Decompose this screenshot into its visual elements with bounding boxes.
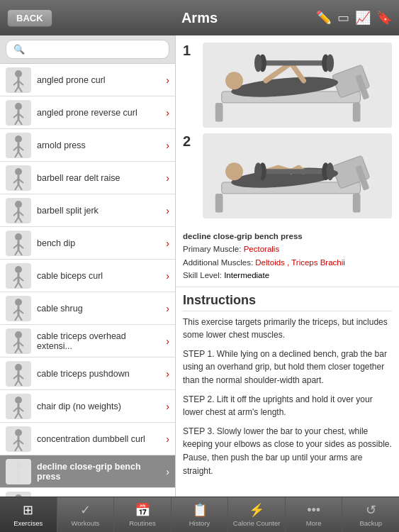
instructions-section: Instructions This exercise targets prima… bbox=[176, 287, 399, 489]
exercise-list: angled prone curl›angled prone reverse c… bbox=[0, 64, 175, 497]
monitor-icon[interactable]: ▭ bbox=[337, 10, 349, 26]
svg-point-24 bbox=[15, 201, 22, 208]
svg-point-36 bbox=[15, 266, 22, 273]
exercise-thumb-10 bbox=[6, 394, 31, 419]
exercise-thumb-9 bbox=[6, 361, 31, 387]
svg-line-52 bbox=[15, 348, 18, 353]
exercise-thumb-4 bbox=[6, 198, 31, 223]
step-2-image bbox=[203, 133, 392, 218]
exercise-chevron-12: › bbox=[166, 466, 169, 477]
exercise-item-9[interactable]: cable triceps pushdown› bbox=[0, 358, 175, 390]
step-1-text: STEP 1. While lying on a declined bench,… bbox=[183, 348, 392, 387]
calorie-icon: ⚡ bbox=[249, 502, 264, 518]
exercise-item-12[interactable]: decline close-grip bench press› bbox=[0, 455, 175, 488]
svg-point-42 bbox=[15, 299, 22, 306]
exercise-chevron-8: › bbox=[166, 336, 169, 347]
exercise-item-7[interactable]: cable shrug› bbox=[0, 292, 175, 325]
exercise-item-13[interactable]: diamond pushup› bbox=[0, 488, 175, 497]
svg-point-131 bbox=[326, 162, 334, 180]
exercise-item-10[interactable]: chair dip (no weights)› bbox=[0, 390, 175, 423]
tab-routines[interactable]: 📅Routines bbox=[114, 497, 172, 532]
svg-line-28 bbox=[15, 217, 18, 223]
chart-icon[interactable]: 📈 bbox=[355, 10, 371, 26]
exercise-item-8[interactable]: cable triceps overhead extensi...› bbox=[0, 325, 175, 358]
svg-line-76 bbox=[15, 478, 18, 484]
exercise-step-1: 1 bbox=[183, 43, 392, 128]
exercise-item-6[interactable]: cable biceps curl› bbox=[0, 260, 175, 292]
tab-backup[interactable]: ↺Backup bbox=[342, 497, 399, 532]
additional-muscles-label: Additional Muscles: bbox=[183, 258, 253, 267]
exercise-thumb-0 bbox=[6, 67, 31, 93]
exercise-item-4[interactable]: barbell split jerk› bbox=[0, 194, 175, 227]
svg-line-59 bbox=[18, 380, 22, 386]
calorie-label: Calorie Counter bbox=[233, 519, 281, 527]
tab-exercises[interactable]: ⊞Exercises bbox=[0, 497, 57, 532]
search-input[interactable] bbox=[6, 40, 169, 59]
exercise-thumb-7 bbox=[6, 296, 31, 321]
header: BACK Arms ✏️ ▭ 📈 🔖 bbox=[0, 0, 399, 35]
exercise-item-0[interactable]: angled prone curl› bbox=[0, 64, 175, 96]
tab-calorie[interactable]: ⚡Calorie Counter bbox=[228, 497, 286, 532]
edit-icon[interactable]: ✏️ bbox=[316, 10, 332, 26]
svg-rect-111 bbox=[259, 60, 329, 65]
exercise-thumb-5 bbox=[6, 231, 31, 256]
exercise-chevron-7: › bbox=[166, 303, 169, 314]
svg-line-17 bbox=[18, 152, 22, 157]
svg-point-60 bbox=[15, 397, 22, 404]
svg-point-6 bbox=[15, 103, 22, 110]
tab-more[interactable]: •••More bbox=[286, 497, 343, 532]
svg-line-34 bbox=[15, 250, 18, 255]
svg-line-71 bbox=[18, 445, 22, 451]
exercise-thumb-12 bbox=[6, 459, 31, 484]
svg-rect-117 bbox=[215, 194, 223, 213]
svg-line-47 bbox=[18, 315, 22, 321]
exercise-item-3[interactable]: barbell rear delt raise› bbox=[0, 162, 175, 194]
exercise-name-7: cable shrug bbox=[37, 304, 163, 314]
svg-line-4 bbox=[15, 87, 18, 92]
svg-point-12 bbox=[15, 135, 22, 143]
bookmark-icon[interactable]: 🔖 bbox=[376, 10, 392, 26]
svg-rect-127 bbox=[259, 169, 329, 174]
exercise-name-6: cable biceps curl bbox=[37, 271, 163, 281]
exercise-name-8: cable triceps overhead extensi... bbox=[37, 331, 163, 351]
exercise-chevron-5: › bbox=[166, 238, 169, 249]
tab-workouts[interactable]: ✓Workouts bbox=[57, 497, 115, 532]
exercise-name-2: arnold press bbox=[37, 140, 163, 150]
exercise-name-10: chair dip (no weights) bbox=[37, 401, 163, 411]
tab-history[interactable]: 📋History bbox=[172, 497, 229, 532]
step-3-text: STEP 3. Slowly lower the bar to your che… bbox=[183, 425, 392, 477]
step-1-number: 1 bbox=[183, 43, 197, 59]
svg-point-48 bbox=[15, 331, 22, 338]
exercise-chevron-9: › bbox=[166, 368, 169, 379]
svg-point-115 bbox=[326, 54, 334, 72]
exercise-sidebar: angled prone curl›angled prone reverse c… bbox=[0, 35, 176, 497]
exercise-item-11[interactable]: concentration dumbbell curl› bbox=[0, 423, 175, 455]
exercise-name-12: decline close-grip bench press bbox=[37, 462, 163, 482]
primary-muscle-label: Primary Muscle: bbox=[183, 245, 241, 253]
svg-line-41 bbox=[18, 282, 22, 288]
primary-muscle-value: Pectoralis bbox=[244, 245, 280, 253]
exercise-item-2[interactable]: arnold press› bbox=[0, 129, 175, 162]
exercise-chevron-4: › bbox=[166, 205, 169, 216]
tab-bar: ⊞Exercises✓Workouts📅Routines📋History⚡Cal… bbox=[0, 497, 399, 532]
exercise-name-5: bench dip bbox=[37, 238, 163, 248]
history-label: History bbox=[189, 519, 210, 527]
exercise-chevron-2: › bbox=[166, 140, 169, 151]
svg-point-18 bbox=[15, 168, 22, 175]
more-label: More bbox=[306, 519, 322, 527]
detail-panel: 1 bbox=[176, 35, 399, 497]
back-button[interactable]: BACK bbox=[7, 9, 52, 27]
step-2-number: 2 bbox=[183, 133, 197, 150]
exercise-chevron-0: › bbox=[166, 74, 169, 86]
exercise-item-1[interactable]: angled prone reverse curl› bbox=[0, 96, 175, 129]
search-bar bbox=[0, 35, 175, 64]
svg-point-129 bbox=[254, 162, 262, 180]
routines-icon: 📅 bbox=[135, 502, 150, 518]
exercise-detail-name: decline close-grip bench press bbox=[183, 232, 303, 240]
exercise-thumb-3 bbox=[6, 165, 31, 191]
exercise-item-5[interactable]: bench dip› bbox=[0, 227, 175, 260]
svg-line-40 bbox=[15, 282, 18, 288]
exercise-chevron-1: › bbox=[166, 107, 169, 118]
exercise-name-9: cable triceps pushdown bbox=[37, 369, 163, 379]
svg-line-70 bbox=[15, 445, 18, 451]
